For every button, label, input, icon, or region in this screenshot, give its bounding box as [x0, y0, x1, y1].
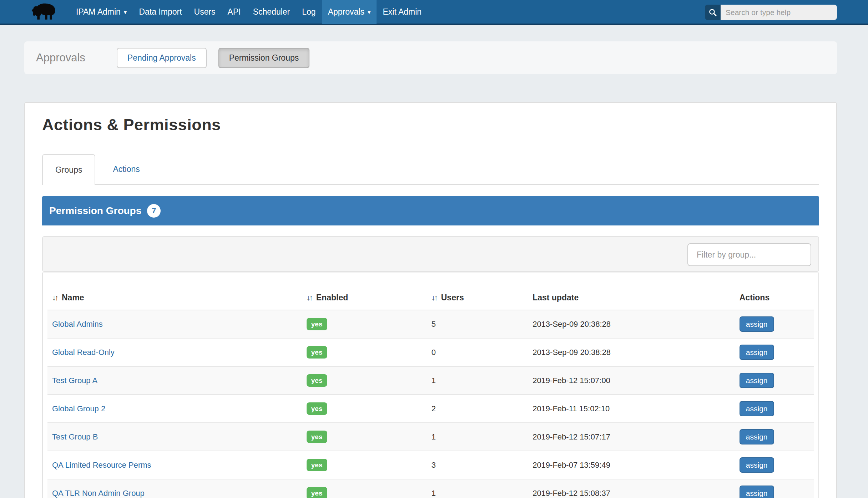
- sort-icon[interactable]: ↓↑: [432, 294, 437, 302]
- main-menu: IPAM Admin ▾ Data Import Users API Sched…: [70, 0, 428, 24]
- enabled-badge: yes: [307, 402, 327, 415]
- enabled-badge: yes: [307, 431, 327, 443]
- nav-item-ipam-admin[interactable]: IPAM Admin ▾: [70, 0, 133, 24]
- caret-down-icon: ▾: [368, 9, 371, 16]
- nav-item-label: API: [228, 7, 241, 17]
- group-name-link[interactable]: Test Group A: [52, 376, 97, 385]
- column-label: Actions: [740, 293, 769, 302]
- last-update: 2013-Sep-09 20:38:28: [528, 310, 735, 338]
- nav-item-label: IPAM Admin: [76, 7, 121, 17]
- assign-button[interactable]: assign: [740, 457, 774, 473]
- enabled-badge: yes: [307, 487, 327, 498]
- last-update: 2019-Feb-12 15:07:17: [528, 423, 735, 451]
- users-count: 0: [427, 338, 528, 366]
- group-name-link[interactable]: Global Group 2: [52, 404, 105, 413]
- card-title: Actions & Permissions: [42, 116, 819, 134]
- actions-permissions-card: Actions & Permissions Groups Actions Per…: [24, 102, 837, 498]
- phpipam-elephant-logo-icon[interactable]: [30, 1, 60, 22]
- users-count: 2: [427, 395, 528, 423]
- nav-item-label: Scheduler: [253, 7, 290, 17]
- nav-item-scheduler[interactable]: Scheduler: [247, 0, 296, 24]
- last-update: 2019-Feb-11 15:02:10: [528, 395, 735, 423]
- caret-down-icon: ▾: [124, 9, 127, 16]
- nav-item-label: Log: [302, 7, 316, 17]
- permission-groups-table: ↓↑Name ↓↑Enabled ↓↑Users Last update Act…: [47, 278, 814, 498]
- pending-approvals-button[interactable]: Pending Approvals: [117, 48, 207, 68]
- column-header-enabled[interactable]: ↓↑Enabled: [302, 278, 427, 310]
- last-update: 2013-Sep-09 20:38:28: [528, 338, 735, 366]
- tab-groups[interactable]: Groups: [42, 154, 95, 185]
- table-header-row: ↓↑Name ↓↑Enabled ↓↑Users Last update Act…: [47, 278, 814, 310]
- filter-by-group-input[interactable]: [687, 243, 811, 266]
- users-count: 5: [427, 310, 528, 338]
- table-row: QA Limited Resource Perms yes 3 2019-Feb…: [47, 451, 814, 479]
- approvals-header-strip: Approvals Pending Approvals Permission G…: [24, 41, 837, 74]
- group-count-badge: 7: [147, 204, 161, 218]
- page-title: Approvals: [36, 51, 85, 64]
- last-update: 2019-Feb-12 15:08:37: [528, 479, 735, 498]
- nav-item-data-import[interactable]: Data Import: [133, 0, 188, 24]
- panel-title: Permission Groups: [49, 205, 141, 217]
- column-label: Enabled: [316, 293, 348, 302]
- nav-item-label: Approvals: [328, 7, 364, 17]
- last-update: 2019-Feb-12 15:07:00: [528, 366, 735, 395]
- table-row: QA TLR Non Admin Group yes 1 2019-Feb-12…: [47, 479, 814, 498]
- assign-button[interactable]: assign: [740, 429, 774, 444]
- nav-item-label: Exit Admin: [383, 7, 422, 17]
- group-name-link[interactable]: Global Read-Only: [52, 348, 115, 357]
- filter-well: [42, 236, 819, 272]
- nav-item-label: Users: [194, 7, 216, 17]
- search-icon[interactable]: [705, 5, 721, 20]
- assign-button[interactable]: assign: [740, 345, 774, 360]
- nav-item-exit-admin[interactable]: Exit Admin: [377, 0, 428, 24]
- enabled-badge: yes: [307, 374, 327, 387]
- nav-item-users[interactable]: Users: [188, 0, 222, 24]
- column-header-actions: Actions: [735, 278, 814, 310]
- nav-item-api[interactable]: API: [222, 0, 247, 24]
- column-label: Name: [62, 293, 84, 302]
- users-count: 1: [427, 423, 528, 451]
- users-count: 1: [427, 366, 528, 395]
- table-row: Global Admins yes 5 2013-Sep-09 20:38:28…: [47, 310, 814, 338]
- assign-button[interactable]: assign: [740, 486, 774, 498]
- assign-button[interactable]: assign: [740, 316, 774, 332]
- table-row: Test Group B yes 1 2019-Feb-12 15:07:17 …: [47, 423, 814, 451]
- column-header-last-update: Last update: [528, 278, 735, 310]
- tab-bar: Groups Actions: [42, 154, 819, 185]
- table-row: Global Read-Only yes 0 2013-Sep-09 20:38…: [47, 338, 814, 366]
- table-row: Test Group A yes 1 2019-Feb-12 15:07:00 …: [47, 366, 814, 395]
- enabled-badge: yes: [307, 346, 327, 359]
- group-name-link[interactable]: QA TLR Non Admin Group: [52, 489, 145, 498]
- group-name-link[interactable]: Global Admins: [52, 320, 103, 329]
- assign-button[interactable]: assign: [740, 373, 774, 388]
- permission-groups-button[interactable]: Permission Groups: [218, 48, 310, 68]
- column-header-name[interactable]: ↓↑Name: [47, 278, 302, 310]
- sort-icon[interactable]: ↓↑: [307, 294, 312, 302]
- nav-item-label: Data Import: [139, 7, 182, 17]
- users-count: 1: [427, 479, 528, 498]
- column-header-users[interactable]: ↓↑Users: [427, 278, 528, 310]
- enabled-badge: yes: [307, 318, 327, 330]
- sort-icon[interactable]: ↓↑: [52, 294, 57, 302]
- table-row: Global Group 2 yes 2 2019-Feb-11 15:02:1…: [47, 395, 814, 423]
- global-search: [705, 5, 837, 20]
- top-navbar: IPAM Admin ▾ Data Import Users API Sched…: [0, 0, 868, 25]
- group-name-link[interactable]: Test Group B: [52, 432, 98, 441]
- nav-item-approvals[interactable]: Approvals ▾: [322, 0, 377, 24]
- column-label: Users: [441, 293, 464, 302]
- group-name-link[interactable]: QA Limited Resource Perms: [52, 461, 151, 469]
- tab-actions[interactable]: Actions: [100, 154, 152, 184]
- enabled-badge: yes: [307, 459, 327, 471]
- column-label: Last update: [533, 293, 579, 302]
- groups-table-container: ↓↑Name ↓↑Enabled ↓↑Users Last update Act…: [42, 273, 819, 498]
- nav-item-log[interactable]: Log: [296, 0, 322, 24]
- permission-groups-panel-heading: Permission Groups 7: [42, 196, 819, 225]
- search-input[interactable]: [721, 5, 837, 20]
- users-count: 3: [427, 451, 528, 479]
- assign-button[interactable]: assign: [740, 401, 774, 416]
- last-update: 2019-Feb-07 13:59:49: [528, 451, 735, 479]
